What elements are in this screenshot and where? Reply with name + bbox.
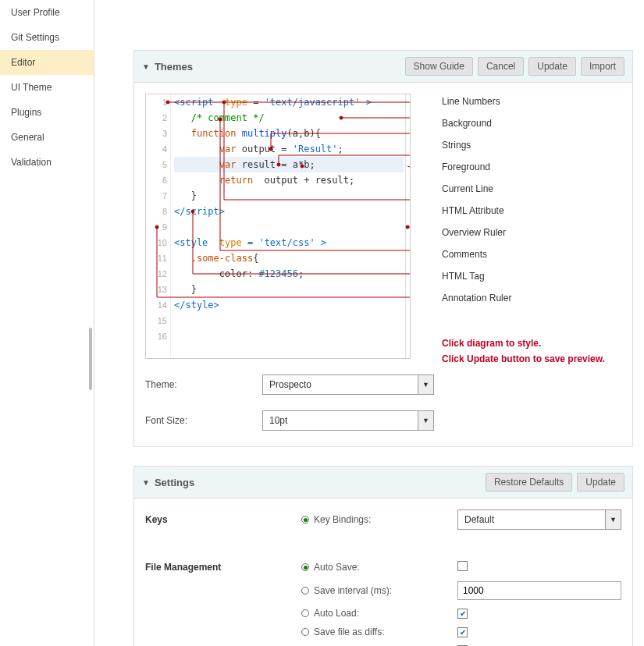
theme-label[interactable]: HTML Tag — [442, 268, 605, 290]
code-line: var output = 'Result'; — [174, 141, 404, 157]
line-number: 10 — [146, 235, 167, 250]
theme-label[interactable]: Current Line — [442, 181, 605, 203]
theme-label-text: Theme: — [145, 379, 262, 390]
line-number: 8 — [146, 204, 167, 219]
editor-preview[interactable]: 1 2 3 4 5 6 7 8 9 10 11 12 13 14 — [145, 94, 411, 359]
sidebar-item-general[interactable]: General — [0, 125, 94, 150]
theme-label[interactable]: Line Numbers — [442, 94, 605, 115]
line-number: 4 — [146, 141, 167, 157]
line-number: 15 — [146, 313, 167, 328]
save-interval-row[interactable]: Save interval (ms): — [301, 585, 457, 596]
settings-panel: ▼ Settings Restore Defaults Update Keys … — [133, 466, 633, 646]
theme-select[interactable]: Prospecto ▼ — [262, 374, 434, 395]
radio-unselected-icon — [301, 628, 309, 636]
line-number: 5 — [146, 157, 167, 172]
diagram-hint: Click diagram to style. Click Update but… — [442, 335, 605, 357]
code-line: </script> — [174, 204, 404, 219]
auto-save-row[interactable]: Auto Save: — [301, 562, 457, 573]
chevron-down-icon: ▼ — [605, 510, 621, 529]
theme-label[interactable]: Background — [442, 115, 605, 137]
line-number: 12 — [146, 266, 167, 282]
update-button[interactable]: Update — [528, 57, 576, 76]
save-interval-input[interactable] — [457, 581, 621, 600]
code-area[interactable]: <script type = 'text/javascript' > /* co… — [174, 94, 404, 313]
line-number: 11 — [146, 250, 167, 266]
theme-label[interactable]: HTML Attribute — [442, 203, 605, 225]
import-button[interactable]: Import — [581, 57, 624, 76]
collapse-icon[interactable]: ▼ — [142, 62, 150, 71]
auto-load-row[interactable]: Auto Load: — [301, 608, 457, 619]
code-line: .some-class{ — [174, 250, 404, 266]
line-number-gutter[interactable]: 1 2 3 4 5 6 7 8 9 10 11 12 13 14 — [146, 94, 171, 358]
line-number: 9 — [146, 219, 167, 235]
show-guide-button[interactable]: Show Guide — [405, 57, 473, 76]
settings-title: Settings — [155, 477, 481, 488]
key-bindings-label: Key Bindings: — [314, 514, 371, 525]
font-size-row: Font Size: 10pt ▼ — [145, 410, 621, 431]
sidebar: User Profile Git Settings Editor UI Them… — [0, 0, 94, 646]
auto-load-label: Auto Load: — [314, 608, 359, 619]
themes-title: Themes — [155, 61, 400, 73]
code-line: <script type = 'text/javascript' > — [174, 94, 404, 110]
cancel-button[interactable]: Cancel — [478, 57, 524, 76]
overview-ruler[interactable] — [405, 94, 410, 358]
save-diffs-row[interactable]: Save file as diffs: — [301, 626, 457, 637]
collapse-icon[interactable]: ▼ — [142, 478, 150, 487]
radio-unselected-icon — [301, 609, 309, 617]
line-number: 7 — [146, 188, 167, 204]
font-size-select[interactable]: 10pt ▼ — [262, 410, 434, 431]
code-line: return output + result; — [174, 172, 404, 188]
radio-unselected-icon — [301, 587, 309, 595]
file-management-title: File Management — [145, 562, 301, 573]
themes-panel-body: 1 2 3 4 5 6 7 8 9 10 11 12 13 14 — [134, 83, 632, 446]
auto-save-label: Auto Save: — [314, 562, 360, 573]
sidebar-scrollbar[interactable] — [89, 328, 92, 390]
font-size-label: Font Size: — [145, 415, 262, 426]
sidebar-item-git-settings[interactable]: Git Settings — [0, 25, 94, 50]
theme-label[interactable]: Annotation Ruler — [442, 290, 605, 312]
code-line: color: #123456; — [174, 266, 404, 282]
settings-update-button[interactable]: Update — [577, 473, 624, 492]
line-number: 14 — [146, 297, 167, 313]
theme-diagram: 1 2 3 4 5 6 7 8 9 10 11 12 13 14 — [145, 94, 621, 359]
key-bindings-select[interactable]: Default ▼ — [457, 509, 621, 530]
restore-defaults-button[interactable]: Restore Defaults — [486, 473, 572, 492]
sidebar-item-validation[interactable]: Validation — [0, 150, 94, 175]
line-number: 3 — [146, 126, 167, 141]
themes-panel: ▼ Themes Show Guide Cancel Update Import… — [133, 50, 633, 447]
line-number: 13 — [146, 282, 167, 297]
theme-label[interactable]: Strings — [442, 137, 605, 159]
save-diffs-label: Save file as diffs: — [314, 626, 385, 637]
theme-row: Theme: Prospecto ▼ — [145, 374, 621, 395]
code-line: /* comment */ — [174, 110, 404, 126]
auto-save-checkbox[interactable] — [457, 561, 468, 571]
theme-select-value: Prospecto — [269, 379, 311, 390]
theme-label[interactable]: Foreground — [442, 159, 605, 181]
code-line: function multiply(a,b){ — [174, 126, 404, 141]
line-number: 6 — [146, 172, 167, 188]
save-diffs-checkbox[interactable]: ✔ — [457, 627, 468, 637]
sidebar-item-editor[interactable]: Editor — [0, 50, 94, 75]
settings-panel-header: ▼ Settings Restore Defaults Update — [134, 467, 632, 499]
code-line: } — [174, 188, 404, 204]
radio-selected-icon — [301, 516, 309, 524]
key-bindings-row[interactable]: Key Bindings: — [301, 514, 457, 525]
save-interval-label: Save interval (ms): — [314, 585, 392, 596]
chevron-down-icon: ▼ — [418, 375, 433, 394]
code-line: } — [174, 282, 404, 297]
main-content: ▼ Themes Show Guide Cancel Update Import… — [94, 0, 644, 646]
theme-label[interactable]: Overview Ruler — [442, 225, 605, 247]
key-bindings-value: Default — [464, 514, 494, 525]
theme-label-list: Line Numbers Background Strings Foregrou… — [442, 94, 605, 359]
line-number: 16 — [146, 328, 167, 344]
code-line: </style> — [174, 297, 404, 313]
sidebar-item-user-profile[interactable]: User Profile — [0, 0, 94, 25]
line-number: 2 — [146, 110, 167, 126]
auto-load-checkbox[interactable]: ✔ — [457, 609, 468, 619]
themes-panel-header: ▼ Themes Show Guide Cancel Update Import — [134, 51, 632, 83]
theme-label[interactable]: Comments — [442, 247, 605, 268]
code-line — [174, 219, 404, 235]
sidebar-item-ui-theme[interactable]: UI Theme — [0, 75, 94, 100]
code-line-current: var result = a*b; — [174, 157, 404, 172]
sidebar-item-plugins[interactable]: Plugins — [0, 100, 94, 125]
